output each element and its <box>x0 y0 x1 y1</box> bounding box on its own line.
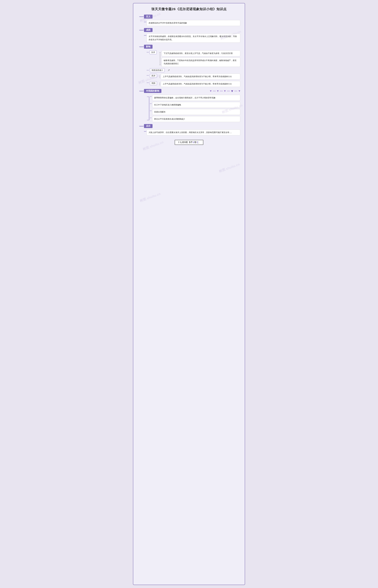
label-enlightenment: 启示 <box>144 124 152 128</box>
label-impact: 影响 <box>144 45 152 49</box>
footer-text: I LOVE STUDY. <box>175 140 203 145</box>
mind-map: 定义 赤道附近的太平洋中东部海水异常升温的现象 成因 太平洋东南信风减弱，赤道附… <box>138 15 240 135</box>
heart-4: ♥ <box>231 89 233 93</box>
watermark-6: 树图 shuitu.cn <box>218 162 240 174</box>
label-definition: 定义 <box>144 15 152 19</box>
label-west-coast: 西岸 <box>150 74 157 78</box>
section-china-impact: 对我国的影响 ♥ ♥ ♥ ♥ ♥ <box>139 89 240 122</box>
heart-line-2 <box>220 91 223 91</box>
definition-content: 赤道附近的太平洋中东部海水异常升温的现象 <box>147 20 240 26</box>
china-impact-item-1: 夏季降雨带的位置偏南，会出现南方暴雨成灾，北方干旱少雨的异常现象 <box>152 95 240 101</box>
west-coast-content: 上升气流减弱或者消失，气候由温润多雨转变为干燥少雨，带来旱灾或者森林大火 <box>161 74 240 79</box>
heart-line-4 <box>234 91 237 91</box>
heart-line-3 <box>227 91 230 91</box>
watermark-7: 树图 shuitu.cn <box>139 192 161 203</box>
impact-sea-temp: 海面温差减小 ↗ <box>147 68 240 72</box>
footer: I LOVE STUDY. <box>138 137 240 145</box>
impact-west-group: 西岸 上升气流减弱或者消失，气候由温润多雨转变为干燥少雨，带来旱灾或者森林大火 <box>147 74 240 79</box>
china-impact-items: 夏季降雨带的位置偏南，会出现南方暴雨成灾，北方干旱少雨的异常现象 长江中下游地区… <box>147 95 240 122</box>
label-cause: 成因 <box>144 28 152 32</box>
section-definition: 定义 赤道附近的太平洋中东部海水异常升温的现象 <box>139 15 240 26</box>
china-impact-item-3: 容易出现暖冬 <box>152 109 240 115</box>
page-container: 树图 shuitu.cn 树图 shuitu.cn 树图 shuitu.cn 树… <box>133 3 245 585</box>
impact-east-group: 东岸 下沉气流减弱或者消失，甚至出现上升气流，气候由干燥变为多雨，引发洪涝灾害 <box>147 51 240 67</box>
heart-line-1 <box>213 91 216 91</box>
china-impact-item-2: 长江中下游地区进入梅雨期偏晚 <box>152 102 240 108</box>
cause-content: 太平洋东南信风减弱，赤道附近表层暖水向东回流。东太平洋冷海水上泛现象消失，暖水回… <box>147 34 240 43</box>
curved-arrow-icon: ↗ <box>168 69 170 72</box>
section-enlightenment: 启示 大陆上的气候异常，往往需要从海洋上找答案；局部海区水文异常，其影响范围可能… <box>139 124 240 135</box>
heart-1: ♥ <box>210 89 212 93</box>
label-sea-temp: 海面温差减小 <box>150 68 165 72</box>
china-content: 上升气流减弱或者消失，气候由温润多雨转变为干燥少雨，带来旱灾或者森林大火 <box>161 81 240 87</box>
label-china: 我国 <box>150 81 157 85</box>
page-title: 张天天微专题26《厄尔尼诺现象知识小结》知识点 <box>138 7 240 11</box>
section-cause: 成因 太平洋东南信风减弱，赤道附近表层暖水向东回流。东太平洋冷海水上泛现象消失，… <box>139 28 240 43</box>
east-coast-item-1: 下沉气流减弱或者消失，甚至出现上升气流，气候由干燥变为多雨，引发洪涝灾害 <box>162 51 240 56</box>
heart-3: ♥ <box>224 89 226 93</box>
heart-5: ♥ <box>239 89 240 93</box>
hearts-decoration: ♥ ♥ ♥ ♥ ♥ <box>210 89 240 93</box>
label-china-impact: 对我国的影响 <box>144 89 162 93</box>
impact-china-group: 我国 上升气流减弱或者消失，气候由温润多雨转变为干燥少雨，带来旱灾或者森林大火 <box>147 81 240 87</box>
label-east-coast: 东岸 <box>149 51 157 54</box>
east-coast-item-2: 秘鲁寒流减弱，下层海水中的无机盐类等营养成分不再涌向海面，秘鲁渔场减产，甚至鸟类… <box>162 58 240 67</box>
heart-2: ♥ <box>217 89 219 93</box>
section-impact: 影响 东岸 <box>139 45 240 87</box>
china-impact-item-4: 西北太平洋及南海生成台风数量减少 <box>152 116 240 122</box>
enlightenment-content: 大陆上的气候异常，往往需要从海洋上找答案；局部海区水文异常，其影响范围可能扩展至… <box>147 129 240 135</box>
